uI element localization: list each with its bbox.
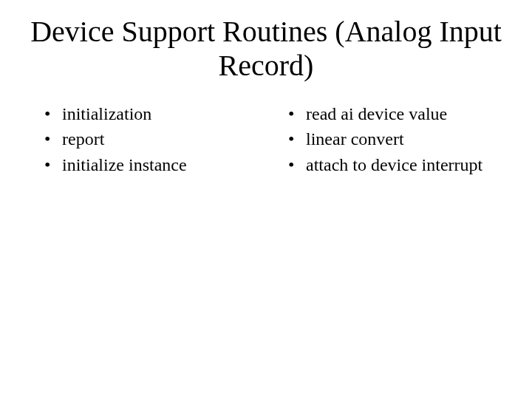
list-item: initialize instance <box>44 153 266 177</box>
right-bullet-list: read ai device value linear convert atta… <box>266 102 510 177</box>
slide: Device Support Routines (Analog Input Re… <box>0 0 532 399</box>
list-item: initialization <box>44 102 266 126</box>
list-item: linear convert <box>288 127 510 151</box>
right-column: read ai device value linear convert atta… <box>266 102 510 178</box>
slide-title: Device Support Routines (Analog Input Re… <box>22 15 510 83</box>
list-item: report <box>44 127 266 151</box>
left-column: initialization report initialize instanc… <box>22 102 266 178</box>
content-columns: initialization report initialize instanc… <box>22 102 510 178</box>
list-item: attach to device interrupt <box>288 153 510 177</box>
list-item: read ai device value <box>288 102 510 126</box>
left-bullet-list: initialization report initialize instanc… <box>22 102 266 177</box>
